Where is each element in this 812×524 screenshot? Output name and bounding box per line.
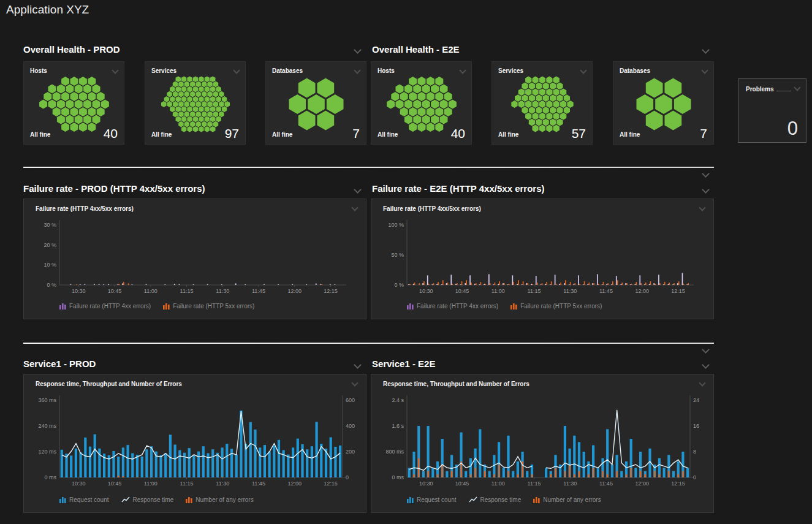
svg-text:12:15: 12:15 <box>324 288 338 294</box>
failure-rate-chart-e2e[interactable]: Failure rate (HTTP 4xx/5xx errors) 100 %… <box>371 199 714 319</box>
svg-text:10:30: 10:30 <box>419 480 433 487</box>
health-tile-hosts-e2e[interactable]: Hosts All fine 40 <box>371 61 472 145</box>
chevron-down-icon[interactable] <box>702 186 710 194</box>
health-tile-hosts-prod[interactable]: Hosts All fine 40 <box>23 61 124 145</box>
chevron-down-icon[interactable] <box>702 170 710 178</box>
svg-text:0 %: 0 % <box>47 282 56 288</box>
tile-title: Problems <box>746 86 774 93</box>
honeycomb-chart <box>618 75 710 133</box>
problems-count: 0 <box>787 118 798 140</box>
line-icon <box>469 496 477 503</box>
bars-icon <box>533 496 540 503</box>
svg-text:12:15: 12:15 <box>671 480 685 487</box>
svg-text:200: 200 <box>346 449 355 455</box>
svg-text:30 %: 30 % <box>44 222 56 228</box>
chevron-down-icon[interactable] <box>580 67 586 74</box>
honeycomb <box>266 75 366 135</box>
svg-text:11:30: 11:30 <box>216 288 229 294</box>
svg-text:0 ms: 0 ms <box>392 474 404 480</box>
legend-item[interactable]: Failure rate (HTTP 4xx errors) <box>59 303 151 309</box>
chevron-down-icon[interactable] <box>794 84 800 91</box>
status-label: All fine <box>30 131 50 138</box>
status-label: All fine <box>620 131 640 138</box>
chevron-down-icon[interactable] <box>699 204 705 211</box>
svg-text:11:30: 11:30 <box>563 288 577 294</box>
health-tile-databases-e2e[interactable]: Databases All fine 7 <box>613 61 714 145</box>
chevron-down-icon[interactable] <box>354 46 362 54</box>
legend-item[interactable]: Failure rate (HTTP 5xx errors) <box>510 303 602 309</box>
svg-text:24: 24 <box>693 397 699 403</box>
section-divider <box>23 167 714 168</box>
svg-text:12:00: 12:00 <box>287 480 302 487</box>
legend-item[interactable]: Request count <box>59 496 109 503</box>
svg-text:120 ms: 120 ms <box>38 449 56 455</box>
problems-tile[interactable]: Problems 0 <box>738 78 806 143</box>
chevron-down-icon[interactable] <box>699 379 705 386</box>
timeseries-chart[interactable]: 2.4 s1.6 s800 ms0 ms24168010:3010:4511:0… <box>371 392 713 496</box>
svg-text:20 %: 20 % <box>44 242 56 248</box>
chevron-down-icon[interactable] <box>702 46 710 54</box>
legend-item[interactable]: Response time <box>469 496 522 503</box>
health-tile-services-e2e[interactable]: Services All fine 57 <box>491 61 593 145</box>
health-tile-databases-prod[interactable]: Databases All fine 7 <box>265 61 366 145</box>
chevron-down-icon[interactable] <box>112 67 118 74</box>
entity-count: 40 <box>104 126 118 141</box>
chart-plot-area[interactable]: 100 %50 %0 %10:3010:4511:0011:1511:3011:… <box>371 216 713 303</box>
section-header-failure-prod: Failure rate - PROD (HTTP 4xx/5xx errors… <box>23 183 205 194</box>
honeycomb-chart <box>270 75 362 133</box>
svg-text:11:45: 11:45 <box>599 288 613 294</box>
dashboard-title: Application XYZ <box>6 3 89 17</box>
legend-item[interactable]: Number of any errors <box>186 496 253 503</box>
tile-title: Databases <box>620 67 650 74</box>
chevron-down-icon[interactable] <box>354 67 360 74</box>
chevron-down-icon[interactable] <box>354 361 362 369</box>
legend-item[interactable]: Number of any errors <box>533 496 601 503</box>
legend-item[interactable]: Request count <box>407 496 457 503</box>
chart-legend: Request countResponse timeNumber of any … <box>407 495 613 506</box>
legend-item[interactable]: Failure rate (HTTP 5xx errors) <box>163 303 254 309</box>
chevron-down-icon[interactable] <box>351 379 358 386</box>
service-chart-e2e[interactable]: Response time, Throughput and Number of … <box>371 374 714 513</box>
svg-text:11:00: 11:00 <box>144 480 157 487</box>
entity-count: 57 <box>572 126 586 141</box>
svg-text:11:45: 11:45 <box>252 288 265 294</box>
svg-text:240 ms: 240 ms <box>38 423 56 429</box>
svg-text:11:15: 11:15 <box>528 288 541 294</box>
svg-text:11:15: 11:15 <box>180 288 194 294</box>
legend-item[interactable]: Failure rate (HTTP 4xx errors) <box>407 303 498 309</box>
chevron-down-icon[interactable] <box>233 67 240 74</box>
health-tile-services-prod[interactable]: Services All fine 97 <box>145 61 246 145</box>
honeycomb-chart <box>150 75 241 133</box>
chevron-down-icon[interactable] <box>459 67 466 74</box>
failure-rate-chart-prod[interactable]: Failure rate (HTTP 4xx/5xx errors) 30 %2… <box>23 199 366 319</box>
svg-text:50 %: 50 % <box>391 252 404 258</box>
svg-text:11:00: 11:00 <box>491 480 505 487</box>
svg-text:10 %: 10 % <box>44 262 56 268</box>
chart-plot-area[interactable]: 360 ms240 ms120 ms0 ms600400200010:3010:… <box>24 392 366 498</box>
sparkline-dash <box>776 91 791 91</box>
chevron-down-icon[interactable] <box>351 204 358 211</box>
service-chart-prod[interactable]: Response time, Throughput and Number of … <box>23 374 366 513</box>
legend-item[interactable]: Response time <box>121 496 174 503</box>
svg-text:100 %: 100 % <box>388 222 404 228</box>
chart-legend: Request countResponse timeNumber of any … <box>59 495 266 506</box>
chevron-down-icon[interactable] <box>702 361 710 369</box>
timeseries-chart[interactable]: 30 %20 %10 %0 %10:3010:4511:0011:1511:30… <box>24 216 366 301</box>
line-icon <box>121 496 130 503</box>
chevron-down-icon[interactable] <box>354 186 362 194</box>
svg-text:1.6 s: 1.6 s <box>392 423 404 429</box>
svg-text:800 ms: 800 ms <box>385 449 404 455</box>
status-label: All fine <box>151 131 172 138</box>
svg-text:600: 600 <box>346 397 355 403</box>
chevron-down-icon[interactable] <box>701 67 708 74</box>
svg-text:10:30: 10:30 <box>72 288 86 294</box>
svg-text:360 ms: 360 ms <box>38 397 56 403</box>
chevron-down-icon[interactable] <box>702 346 710 354</box>
section-header-failure-e2e: Failure rate - E2E (HTTP 4xx/5xx errors) <box>372 183 545 194</box>
svg-text:12:00: 12:00 <box>635 288 649 294</box>
bars-icon <box>59 496 66 503</box>
timeseries-chart[interactable]: 360 ms240 ms120 ms0 ms600400200010:3010:… <box>24 392 366 496</box>
chart-plot-area[interactable]: 2.4 s1.6 s800 ms0 ms24168010:3010:4511:0… <box>371 392 713 498</box>
timeseries-chart[interactable]: 100 %50 %0 %10:3010:4511:0011:1511:3011:… <box>371 216 713 301</box>
chart-plot-area[interactable]: 30 %20 %10 %0 %10:3010:4511:0011:1511:30… <box>24 216 366 303</box>
